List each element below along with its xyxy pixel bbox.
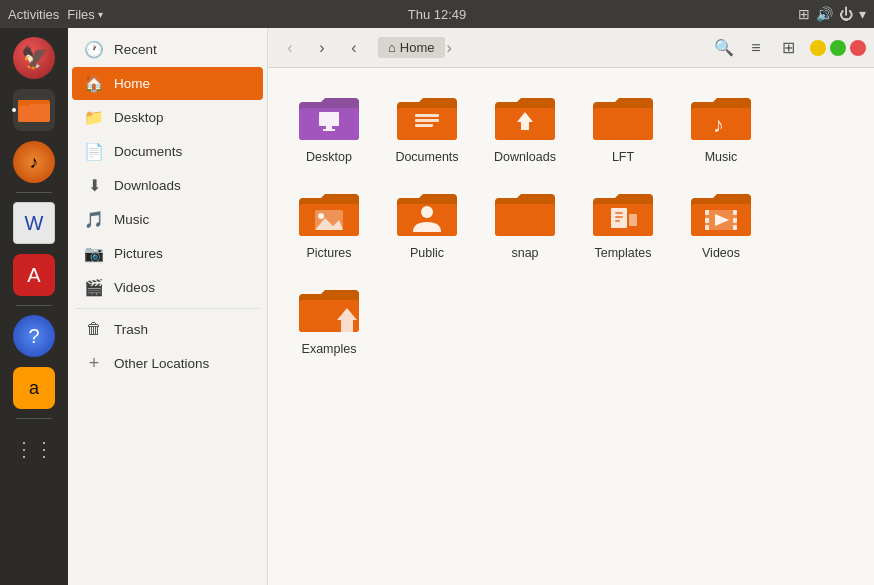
folder-item-desktop[interactable]: Desktop xyxy=(284,84,374,172)
examples-folder-label: Examples xyxy=(302,342,357,356)
sidebar-label-recent: Recent xyxy=(114,42,157,57)
lft-folder-icon xyxy=(591,92,655,146)
music-folder-icon: ♪ xyxy=(689,92,753,146)
sidebar-item-videos[interactable]: 🎬 Videos xyxy=(72,271,263,304)
volume-icon[interactable]: 🔊 xyxy=(816,6,833,22)
svg-rect-32 xyxy=(705,218,709,223)
breadcrumb: ⌂ Home › xyxy=(378,37,700,58)
folder-item-downloads[interactable]: Downloads xyxy=(480,84,570,172)
breadcrumb-arrow: › xyxy=(447,39,452,57)
dock-item-writer[interactable]: W xyxy=(10,199,58,247)
parent-button[interactable]: ‹ xyxy=(340,34,368,62)
folder-item-music[interactable]: ♪ Music xyxy=(676,84,766,172)
toolbar: ‹ › ‹ ⌂ Home › 🔍 ≡ ⊞ xyxy=(268,28,874,68)
sidebar-item-home[interactable]: 🏠 Home xyxy=(72,67,263,100)
files-menu-label: Files xyxy=(67,7,94,22)
main-container: 🦅 ♪ W xyxy=(0,28,874,585)
folder-item-lft[interactable]: LFT xyxy=(578,84,668,172)
templates-folder-icon xyxy=(591,188,655,242)
svg-rect-1 xyxy=(18,104,50,122)
documents-folder-icon xyxy=(395,92,459,146)
sidebar-label-trash: Trash xyxy=(114,322,148,337)
svg-rect-27 xyxy=(615,220,620,222)
sidebar-item-recent[interactable]: 🕐 Recent xyxy=(72,33,263,66)
svg-point-18 xyxy=(318,213,324,219)
svg-rect-8 xyxy=(415,114,439,117)
sidebar-label-home: Home xyxy=(114,76,150,91)
lft-folder-label: LFT xyxy=(612,150,634,164)
forward-button[interactable]: › xyxy=(308,34,336,62)
back-button[interactable]: ‹ xyxy=(276,34,304,62)
system-arrow[interactable]: ▾ xyxy=(859,6,866,22)
dock-item-rhythmbox[interactable]: ♪ xyxy=(10,138,58,186)
home-icon: 🏠 xyxy=(84,74,104,93)
desktop-icon: 📁 xyxy=(84,108,104,127)
folder-item-examples[interactable]: Examples xyxy=(284,276,374,364)
breadcrumb-home[interactable]: ⌂ Home xyxy=(378,37,445,58)
sidebar-item-other[interactable]: + Other Locations xyxy=(72,346,263,381)
topbar: Activities Files ▾ Thu 12:49 ⊞ 🔊 ⏻ ▾ xyxy=(0,0,874,28)
svg-rect-26 xyxy=(615,216,623,218)
sidebar-item-music[interactable]: 🎵 Music xyxy=(72,203,263,236)
dock: 🦅 ♪ W xyxy=(0,28,68,585)
videos-icon: 🎬 xyxy=(84,278,104,297)
home-breadcrumb-icon: ⌂ xyxy=(388,40,396,55)
svg-rect-5 xyxy=(326,126,332,129)
sidebar-item-downloads[interactable]: ⬇ Downloads xyxy=(72,169,263,202)
documents-icon: 📄 xyxy=(84,142,104,161)
maximize-button[interactable] xyxy=(830,40,846,56)
svg-point-21 xyxy=(421,206,433,218)
desktop-folder-icon xyxy=(297,92,361,146)
snap-folder-icon xyxy=(493,188,557,242)
network-icon[interactable]: ⊞ xyxy=(798,6,810,22)
folder-item-public[interactable]: Public xyxy=(382,180,472,268)
sidebar-item-pictures[interactable]: 📷 Pictures xyxy=(72,237,263,270)
folder-item-pictures[interactable]: Pictures xyxy=(284,180,374,268)
sidebar-label-videos: Videos xyxy=(114,280,155,295)
sidebar-divider xyxy=(76,308,259,309)
sidebar-item-documents[interactable]: 📄 Documents xyxy=(72,135,263,168)
music-icon: 🎵 xyxy=(84,210,104,229)
power-icon[interactable]: ⏻ xyxy=(839,6,853,22)
minimize-button[interactable] xyxy=(810,40,826,56)
search-button[interactable]: 🔍 xyxy=(710,34,738,62)
other-icon: + xyxy=(84,353,104,374)
downloads-folder-label: Downloads xyxy=(494,150,556,164)
public-folder-label: Public xyxy=(410,246,444,260)
dock-separator-2 xyxy=(16,305,52,306)
folder-item-snap[interactable]: snap xyxy=(480,180,570,268)
view-grid-button[interactable]: ⊞ xyxy=(774,34,802,62)
svg-rect-28 xyxy=(629,214,637,226)
content-area: ‹ › ‹ ⌂ Home › 🔍 ≡ ⊞ xyxy=(268,28,874,585)
sidebar-item-trash[interactable]: 🗑 Trash xyxy=(72,313,263,345)
svg-text:♪: ♪ xyxy=(713,112,724,137)
folder-item-templates[interactable]: Templates xyxy=(578,180,668,268)
svg-rect-10 xyxy=(415,124,433,127)
svg-rect-13 xyxy=(593,108,653,140)
dock-separator-1 xyxy=(16,192,52,193)
dock-item-appstore[interactable]: A xyxy=(10,251,58,299)
files-menu[interactable]: Files ▾ xyxy=(67,7,102,22)
dock-item-apps[interactable]: ⋮⋮ xyxy=(10,425,58,473)
pictures-icon: 📷 xyxy=(84,244,104,263)
dock-separator-3 xyxy=(16,418,52,419)
sidebar-item-desktop[interactable]: 📁 Desktop xyxy=(72,101,263,134)
dock-item-thunderbird[interactable]: 🦅 xyxy=(10,34,58,82)
window-controls xyxy=(810,40,866,56)
folder-item-videos[interactable]: Videos xyxy=(676,180,766,268)
trash-icon: 🗑 xyxy=(84,320,104,338)
sidebar-label-pictures: Pictures xyxy=(114,246,163,261)
activities-button[interactable]: Activities xyxy=(8,7,59,22)
dock-item-amazon[interactable]: a xyxy=(10,364,58,412)
recent-icon: 🕐 xyxy=(84,40,104,59)
svg-rect-6 xyxy=(323,129,335,131)
pictures-folder-icon xyxy=(297,188,361,242)
pictures-folder-label: Pictures xyxy=(306,246,351,260)
svg-rect-33 xyxy=(705,225,709,230)
folder-item-documents[interactable]: Documents xyxy=(382,84,472,172)
dock-item-help[interactable]: ? xyxy=(10,312,58,360)
dock-item-files[interactable] xyxy=(10,86,58,134)
svg-rect-31 xyxy=(705,210,709,215)
close-button[interactable] xyxy=(850,40,866,56)
view-details-button[interactable]: ≡ xyxy=(742,34,770,62)
